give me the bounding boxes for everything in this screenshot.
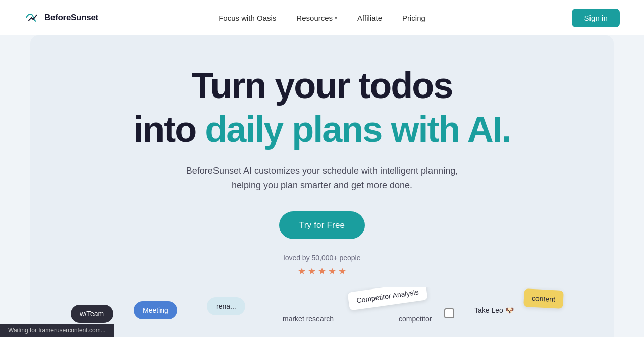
star-2: ★ (308, 266, 316, 277)
nav-links: Focus with Oasis Resources ▾ Affiliate P… (210, 10, 434, 26)
tag-team: w/Team (71, 305, 113, 323)
star-rating: ★ ★ ★ ★ ★ (298, 266, 346, 277)
hero-section: Turn your todos into daily plans with AI… (30, 35, 614, 337)
star-5: ★ (338, 266, 346, 277)
logo-icon (24, 12, 40, 24)
tag-content: content (523, 288, 564, 309)
nav-focus-oasis[interactable]: Focus with Oasis (210, 10, 284, 26)
social-proof: loved by 50,000+ people ★ ★ ★ ★ ★ (50, 254, 594, 277)
navbar: BeforeSunset Focus with Oasis Resources … (0, 0, 644, 35)
tag-meeting: Meeting (134, 301, 177, 319)
star-1: ★ (298, 266, 306, 277)
tag-take-leo: Take Leo 🐶 (474, 306, 514, 314)
logo-text: BeforeSunset (44, 13, 98, 23)
nav-affiliate[interactable]: Affiliate (349, 10, 390, 26)
nav-pricing[interactable]: Pricing (394, 10, 434, 26)
tag-competitor: competitor (399, 315, 432, 323)
tags-area: w/Team Meeting rena... market research C… (50, 287, 594, 337)
tag-competitor-analysis: Competitor Analysis (347, 287, 427, 311)
checkbox-tag (444, 308, 454, 318)
hero-heading-line1: Turn your todos (50, 66, 594, 106)
tag-rena: rena... (207, 297, 245, 315)
star-3: ★ (318, 266, 326, 277)
try-free-button[interactable]: Try for Free (279, 211, 365, 239)
nav-resources[interactable]: Resources ▾ (288, 10, 345, 26)
resources-chevron-icon: ▾ (335, 15, 337, 21)
checkbox-icon (444, 308, 454, 318)
signin-button[interactable]: Sign in (572, 9, 620, 27)
hero-heading-line2: into daily plans with AI. (50, 110, 594, 150)
hero-subtext: BeforeSunset AI customizes your schedule… (181, 164, 463, 193)
status-bar: Waiting for framerusercontent.com... (0, 324, 114, 337)
loved-text: loved by 50,000+ people (284, 254, 361, 262)
tag-market-research: market research (283, 315, 334, 323)
star-4: ★ (328, 266, 336, 277)
logo[interactable]: BeforeSunset (24, 12, 98, 24)
hero-highlight: daily plans with AI. (205, 109, 510, 150)
